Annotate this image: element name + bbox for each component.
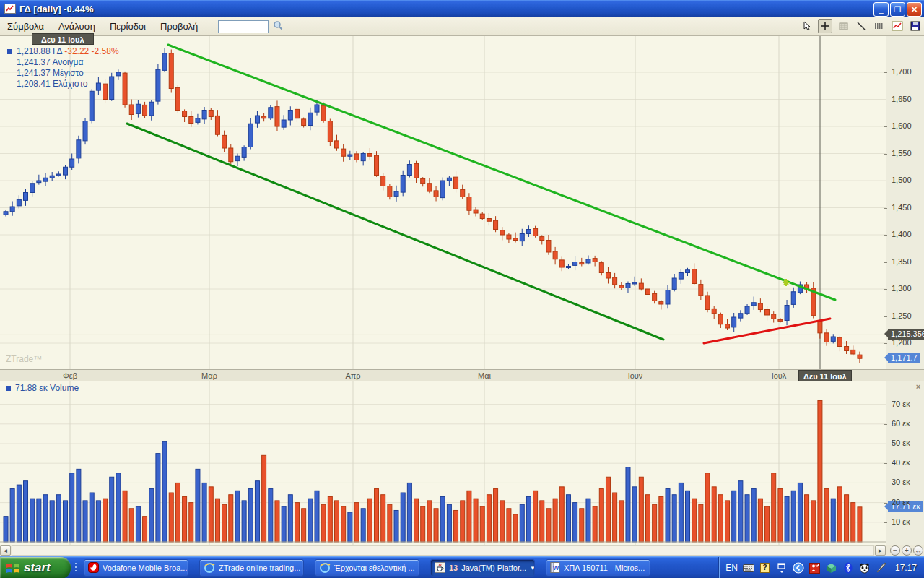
volume-tick-label: 50 εκ bbox=[892, 439, 910, 447]
taskbar-button-3[interactable]: 13Java(TM) Platfor...▼ bbox=[430, 559, 535, 577]
menu-0[interactable]: Σύμβολα bbox=[0, 19, 51, 34]
menu-bar: ΣύμβολαΑνάλυσηΠερίοδοιΠροβολή bbox=[0, 17, 924, 36]
taskbar-button-label: Έρχονται εθελοντική ... bbox=[334, 564, 415, 572]
svg-text:W: W bbox=[553, 564, 559, 571]
price-tick bbox=[884, 126, 887, 127]
search-input[interactable] bbox=[218, 20, 269, 33]
volume-legend-text: 71.88 εκ Volume bbox=[15, 383, 79, 393]
patterns-tool-icon[interactable] bbox=[872, 19, 886, 33]
volume-axis: 17.71 εκ 70 εκ60 εκ50 εκ40 εκ30 εκ20 εκ1… bbox=[886, 381, 924, 545]
time-axis: Δευ 11 Ιουλ ΦεβΜαρΑπρΜαιΙουνΙουλ bbox=[0, 369, 924, 381]
clock[interactable]: 17:17 bbox=[895, 563, 917, 573]
last-price-tag: 1,171.7 bbox=[888, 353, 920, 363]
keyboard-icon[interactable] bbox=[743, 562, 754, 574]
scrollbar-track[interactable] bbox=[12, 545, 874, 556]
price-tick-label: 1,650 bbox=[892, 95, 912, 103]
volume-tick-label: 10 εκ bbox=[892, 517, 910, 526]
price-tick bbox=[884, 208, 887, 209]
crosshair-date-tooltip: Δευ 11 Ιουλ bbox=[32, 33, 94, 45]
price-tick bbox=[884, 343, 887, 344]
price-tick-label: 1,250 bbox=[892, 311, 912, 320]
search-icon[interactable] bbox=[273, 20, 283, 33]
price-tick-label: 1,350 bbox=[892, 257, 912, 266]
price-tick bbox=[884, 262, 887, 263]
language-indicator[interactable]: EN bbox=[725, 563, 738, 573]
vodafone-icon bbox=[88, 562, 99, 574]
window-title: ΓΔ [daily] -0.44% bbox=[19, 4, 93, 14]
scroll-right-arrow[interactable]: ► bbox=[875, 545, 886, 556]
taskbar-button-label: ZTrade online trading... bbox=[219, 564, 300, 572]
price-tick bbox=[884, 100, 887, 100]
start-button[interactable]: start bbox=[0, 557, 71, 578]
watermark: ZTrade™ bbox=[6, 354, 42, 364]
price-axis: 1,215.356 1,171.7 1,7001,6501,6001,5501,… bbox=[886, 36, 924, 369]
volume-tick bbox=[884, 483, 887, 483]
crosshair-tool-icon[interactable] bbox=[818, 19, 832, 33]
help-note-icon[interactable]: ? bbox=[759, 562, 771, 574]
grid-tool-icon[interactable] bbox=[836, 19, 850, 33]
taskbar: start Vodafone Mobile Broa...ZTrade onli… bbox=[0, 556, 924, 578]
panda-antivirus-icon[interactable] bbox=[859, 562, 871, 574]
taskbar-button-4[interactable]: WΧΠΑ 150711 - Micros... bbox=[546, 559, 650, 577]
volume-tick-label: 30 εκ bbox=[892, 478, 910, 486]
crosshair-date-chip: Δευ 11 Ιουλ bbox=[798, 370, 852, 381]
ohlc-legend: 1,218.88 ΓΔ -32.22 -2.58% 1,241.37 Ανοιγ… bbox=[7, 46, 119, 90]
price-tick-label: 1,500 bbox=[892, 176, 912, 184]
trendline-tool-icon[interactable] bbox=[854, 19, 868, 33]
price-tick bbox=[884, 181, 887, 181]
legend-high: 1,241.37 Μέγιστο bbox=[7, 68, 119, 79]
start-label: start bbox=[24, 561, 51, 575]
title-bar: ΓΔ [daily] -0.44% _ ❐ ✕ bbox=[0, 0, 924, 17]
chart-type-icon[interactable] bbox=[890, 19, 905, 33]
legend-close: 1,218.88 ΓΔ bbox=[17, 46, 62, 56]
price-tick-label: 1,300 bbox=[892, 284, 912, 293]
price-tick-label: 1,550 bbox=[892, 149, 912, 158]
zoom-in-button[interactable]: + bbox=[902, 545, 912, 556]
hide-icons-chevron[interactable] bbox=[793, 562, 804, 574]
price-tick bbox=[884, 289, 887, 290]
minimize-button[interactable]: _ bbox=[873, 2, 889, 17]
bluetooth-icon[interactable] bbox=[842, 562, 854, 574]
pointer-tool-icon[interactable] bbox=[800, 19, 814, 33]
app-chart-icon bbox=[4, 4, 16, 14]
zoom-out-button[interactable]: − bbox=[890, 545, 900, 556]
volume-tick bbox=[884, 405, 887, 405]
legend-low: 1,208.41 Ελάχιστο bbox=[7, 79, 119, 90]
price-tick-label: 1,200 bbox=[892, 338, 912, 347]
taskbar-divider bbox=[74, 562, 77, 574]
menu-1[interactable]: Ανάλυση bbox=[51, 19, 103, 34]
month-label: Μαρ bbox=[201, 371, 217, 380]
price-tick bbox=[884, 316, 887, 317]
month-label: Απρ bbox=[345, 371, 360, 380]
save-icon[interactable] bbox=[908, 19, 923, 33]
price-tick bbox=[884, 235, 887, 236]
svg-text:?: ? bbox=[763, 564, 767, 571]
taskbar-button-0[interactable]: Vodafone Mobile Broa... bbox=[84, 559, 188, 577]
volume-panel[interactable] bbox=[0, 381, 886, 545]
restore-button[interactable]: ❐ bbox=[890, 2, 905, 17]
green-box-tray-icon[interactable] bbox=[826, 562, 837, 574]
volume-tick bbox=[884, 522, 887, 523]
month-label: Ιουν bbox=[628, 371, 643, 380]
month-label: Φεβ bbox=[63, 371, 77, 380]
system-tray: EN ? 17:17 bbox=[719, 557, 924, 578]
taskbar-button-1[interactable]: ZTrade online trading... bbox=[199, 559, 304, 577]
group-count: 13 bbox=[449, 564, 458, 572]
user-status-tray-icon[interactable] bbox=[809, 562, 821, 574]
windows-logo-icon bbox=[6, 561, 20, 575]
close-button[interactable]: ✕ bbox=[907, 2, 922, 17]
volume-panel-close-icon[interactable]: × bbox=[914, 383, 923, 392]
menu-2[interactable]: Περίοδοι bbox=[103, 19, 153, 34]
month-label: Μαι bbox=[478, 371, 491, 380]
taskbar-button-2[interactable]: Έρχονται εθελοντική ... bbox=[315, 559, 419, 577]
price-chart[interactable]: ZTrade™ bbox=[0, 36, 886, 369]
restore-window-icon[interactable] bbox=[776, 562, 788, 574]
volume-tick bbox=[884, 444, 887, 444]
scroll-left-arrow[interactable]: ◄ bbox=[0, 545, 11, 556]
fit-width-button[interactable]: ↔ bbox=[913, 545, 923, 556]
launcher-tray-icon[interactable] bbox=[876, 562, 887, 574]
menu-3[interactable]: Προβολή bbox=[153, 19, 205, 34]
volume-legend-marker bbox=[6, 386, 11, 391]
volume-tick-label: 70 εκ bbox=[892, 400, 910, 408]
word-icon: W bbox=[550, 562, 560, 574]
